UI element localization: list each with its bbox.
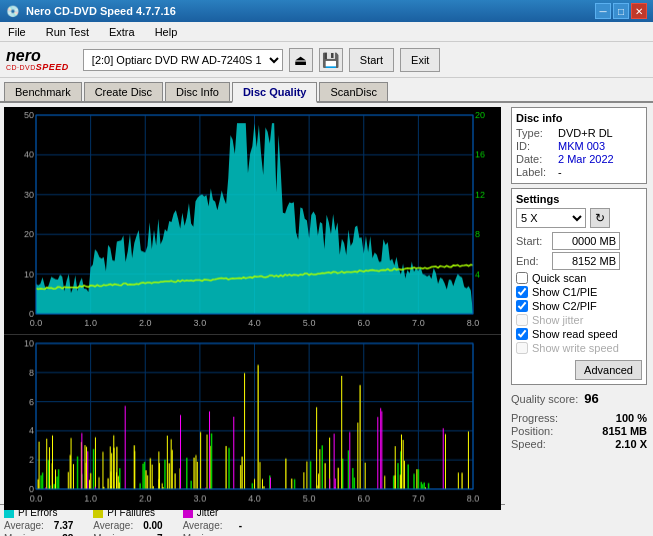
speed-row: 5 X ↻ [516,208,642,228]
main-content: PI Errors Average: 7.37 Maximum: 38 Tota… [0,103,653,533]
disc-info-title: Disc info [516,112,642,124]
show-write-speed-label: Show write speed [532,342,619,354]
quality-score-value: 96 [584,391,598,406]
advanced-button[interactable]: Advanced [575,360,642,380]
quick-scan-row: Quick scan [516,272,642,284]
disc-date-value: 2 Mar 2022 [558,153,614,165]
position-row: Position: 8151 MB [511,425,647,437]
show-jitter-checkbox [516,314,528,326]
menu-run-test[interactable]: Run Test [42,25,93,39]
progress-row: Progress: 100 % [511,412,647,424]
title-bar: 💿 Nero CD-DVD Speed 4.7.7.16 ─ □ ✕ [0,0,653,22]
start-mb-input[interactable] [552,232,620,250]
disc-id-label: ID: [516,140,554,152]
progress-section: Progress: 100 % Position: 8151 MB Speed:… [511,412,647,451]
show-c2pif-checkbox[interactable] [516,300,528,312]
disc-id-row: ID: MKM 003 [516,140,642,152]
show-c2pif-label: Show C2/PIF [532,300,597,312]
pi-failures-avg-value: 0.00 [143,520,162,531]
start-button[interactable]: Start [349,48,394,72]
start-mb-label: Start: [516,235,548,247]
menu-file[interactable]: File [4,25,30,39]
bottom-chart [4,335,501,510]
progress-value: 100 % [616,412,647,424]
tab-benchmark[interactable]: Benchmark [4,82,82,101]
minimize-button[interactable]: ─ [595,3,611,19]
show-write-speed-row: Show write speed [516,342,642,354]
show-c2pif-row: Show C2/PIF [516,300,642,312]
show-read-speed-label: Show read speed [532,328,618,340]
progress-label: Progress: [511,412,558,424]
menu-help[interactable]: Help [151,25,182,39]
pi-errors-avg-value: 7.37 [54,520,73,531]
speed-label: Speed: [511,438,546,450]
maximize-button[interactable]: □ [613,3,629,19]
pi-errors-avg-label: Average: [4,520,44,531]
speed-select[interactable]: 5 X [516,208,586,228]
disc-type-row: Type: DVD+R DL [516,127,642,139]
logo: nero CD·DVDSPEED [6,48,69,72]
show-c1pie-row: Show C1/PIE [516,286,642,298]
show-jitter-label: Show jitter [532,314,583,326]
disc-id-value: MKM 003 [558,140,605,152]
disc-type-label: Type: [516,127,554,139]
jitter-avg-label: Average: [183,520,223,531]
quality-score-label: Quality score: [511,393,578,405]
speed-row-info: Speed: 2.10 X [511,438,647,450]
top-chart-canvas [4,107,501,334]
legend-jitter: Jitter Average: - Maximum: - PO failures… [183,507,242,536]
window-controls: ─ □ ✕ [595,3,647,19]
settings-title: Settings [516,193,642,205]
tab-bar: Benchmark Create Disc Disc Info Disc Qua… [0,78,653,103]
disc-date-label: Date: [516,153,554,165]
drive-select[interactable]: [2:0] Optiarc DVD RW AD-7240S 1.04 [83,49,283,71]
disc-label-row: Label: - [516,166,642,178]
settings-section: Settings 5 X ↻ Start: End: Quick scan [511,188,647,385]
position-label: Position: [511,425,553,437]
end-mb-row: End: [516,252,642,270]
show-c1pie-label: Show C1/PIE [532,286,597,298]
quick-scan-label: Quick scan [532,272,586,284]
tab-disc-quality[interactable]: Disc Quality [232,82,318,103]
legend-pi-failures: PI Failures Average: 0.00 Maximum: 7 Tot… [93,507,162,536]
pi-failures-avg-label: Average: [93,520,133,531]
eject-icon[interactable]: ⏏ [289,48,313,72]
side-panel: Disc info Type: DVD+R DL ID: MKM 003 Dat… [505,103,653,533]
app-icon: 💿 [6,5,20,18]
top-chart [4,107,501,335]
show-c1pie-checkbox[interactable] [516,286,528,298]
end-mb-label: End: [516,255,548,267]
quality-score-row: Quality score: 96 [511,391,647,406]
disc-type-value: DVD+R DL [558,127,613,139]
start-mb-row: Start: [516,232,642,250]
show-jitter-row: Show jitter [516,314,642,326]
save-icon[interactable]: 💾 [319,48,343,72]
speed-value: 2.10 X [615,438,647,450]
tab-disc-info[interactable]: Disc Info [165,82,230,101]
disc-label-value: - [558,166,562,178]
title-bar-title: 💿 Nero CD-DVD Speed 4.7.7.16 [6,5,176,18]
show-read-speed-row: Show read speed [516,328,642,340]
legend-pi-errors: PI Errors Average: 7.37 Maximum: 38 Tota… [4,507,73,536]
bottom-chart-canvas [4,335,501,510]
menu-extra[interactable]: Extra [105,25,139,39]
disc-info-section: Disc info Type: DVD+R DL ID: MKM 003 Dat… [511,107,647,184]
jitter-avg-value: - [239,520,242,531]
end-mb-input[interactable] [552,252,620,270]
exit-button[interactable]: Exit [400,48,440,72]
show-read-speed-checkbox[interactable] [516,328,528,340]
disc-label-label: Label: [516,166,554,178]
position-value: 8151 MB [602,425,647,437]
show-write-speed-checkbox [516,342,528,354]
close-button[interactable]: ✕ [631,3,647,19]
logo-sub: CD·DVDSPEED [6,62,69,72]
disc-date-row: Date: 2 Mar 2022 [516,153,642,165]
toolbar: nero CD·DVDSPEED [2:0] Optiarc DVD RW AD… [0,42,653,78]
tab-scan-disc[interactable]: ScanDisc [319,82,387,101]
refresh-button[interactable]: ↻ [590,208,610,228]
menu-bar: File Run Test Extra Help [0,22,653,42]
quick-scan-checkbox[interactable] [516,272,528,284]
tab-create-disc[interactable]: Create Disc [84,82,163,101]
